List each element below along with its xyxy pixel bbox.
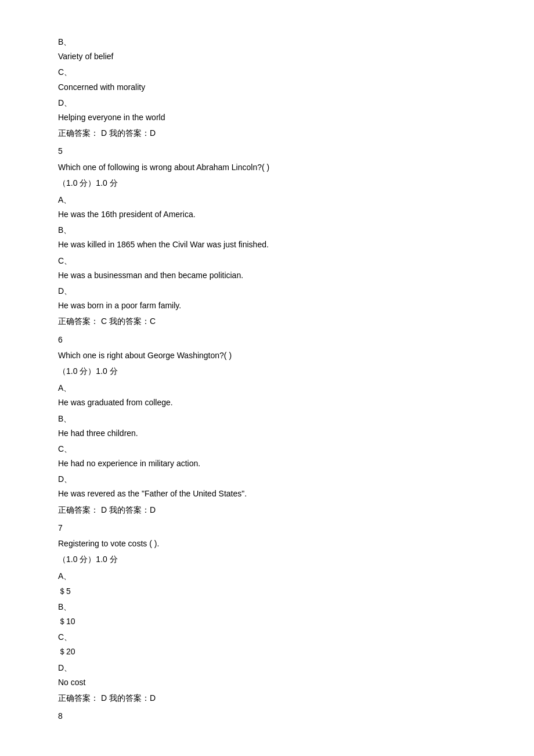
q6-option-d-label: D、	[58, 472, 476, 487]
option-b-text: Variety of belief	[58, 49, 476, 64]
q6-option-a-label: A、	[58, 381, 476, 395]
question-7-number: 7	[58, 521, 476, 535]
q7-option-b-label: B、	[58, 600, 476, 614]
q7-option-c-label: C、	[58, 630, 476, 645]
q5-option-b-label: B、	[58, 223, 476, 237]
question-5-block: 5 Which one of following is wrong about …	[58, 144, 476, 329]
option-d-label: D、	[58, 96, 476, 110]
q6-option-a-text: He was graduated from college.	[58, 395, 476, 410]
question-8-number: 8	[58, 709, 476, 723]
q6-option-b-label: B、	[58, 412, 476, 426]
q7-option-d-text: No cost	[58, 675, 476, 690]
q5-answer-line: 正确答案： C 我的答案：C	[58, 314, 476, 329]
question-7-block: 7 Registering to vote costs ( ). （1.0 分）…	[58, 521, 476, 705]
option-b-label: B、	[58, 35, 476, 49]
q6-option-b-text: He had three children.	[58, 426, 476, 441]
q5-option-b-text: He was killed in 1865 when the Civil War…	[58, 237, 476, 252]
q5-option-a-text: He was the 16th president of America.	[58, 207, 476, 222]
option-c-text: Concerned with morality	[58, 80, 476, 95]
q7-option-b-text: ＄10	[58, 614, 476, 629]
question-6-number: 6	[58, 333, 476, 347]
question-5-score: （1.0 分）1.0 分	[58, 176, 476, 190]
q5-option-a-label: A、	[58, 193, 476, 207]
q7-answer-line: 正确答案： D 我的答案：D	[58, 691, 476, 705]
tail-options-block: B、 Variety of belief C、 Concerned with m…	[58, 35, 476, 141]
option-d-text: Helping everyone in the world	[58, 110, 476, 125]
q7-option-c-text: ＄20	[58, 645, 476, 659]
q5-option-d-text: He was born in a poor farm family.	[58, 298, 476, 313]
q5-option-d-label: D、	[58, 284, 476, 298]
question-7-text: Registering to vote costs ( ).	[58, 537, 476, 551]
question-6-block: 6 Which one is right about George Washin…	[58, 333, 476, 517]
q5-option-c-text: He was a businessman and then became pol…	[58, 268, 476, 283]
q6-answer-line: 正确答案： D 我的答案：D	[58, 503, 476, 517]
question-6-score: （1.0 分）1.0 分	[58, 364, 476, 379]
q7-option-a-text: ＄5	[58, 584, 476, 599]
question-5-text: Which one of following is wrong about Ab…	[58, 160, 476, 175]
question-5-number: 5	[58, 144, 476, 159]
question-6-text: Which one is right about George Washingt…	[58, 348, 476, 363]
answer-line-0: 正确答案： D 我的答案：D	[58, 126, 476, 141]
q6-option-d-text: He was revered as the "Father of the Uni…	[58, 487, 476, 501]
question-7-score: （1.0 分）1.0 分	[58, 552, 476, 567]
q7-option-a-label: A、	[58, 569, 476, 584]
q6-option-c-text: He had no experience in military action.	[58, 456, 476, 471]
question-8-block: 8	[58, 709, 476, 723]
q7-option-d-label: D、	[58, 661, 476, 675]
option-c-label: C、	[58, 65, 476, 80]
q6-option-c-label: C、	[58, 442, 476, 456]
q5-option-c-label: C、	[58, 254, 476, 268]
